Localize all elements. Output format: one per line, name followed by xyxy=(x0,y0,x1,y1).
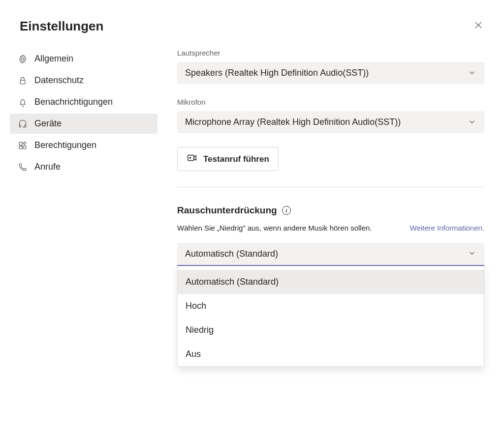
sidebar-item-label: Berechtigungen xyxy=(34,140,96,150)
speaker-select-value: Speakers (Realtek High Definition Audio(… xyxy=(185,68,369,78)
sidebar-item-label: Benachrichtigungen xyxy=(34,97,113,107)
chevron-down-icon xyxy=(469,117,475,127)
bell-icon xyxy=(18,97,28,107)
close-button[interactable] xyxy=(472,19,484,32)
close-icon xyxy=(474,20,482,31)
microphone-label: Mikrofon xyxy=(177,98,484,106)
noise-suppression-dropdown: Automatisch (Standard) Hoch Niedrig Aus xyxy=(177,266,484,367)
noise-suppression-select[interactable]: Automatisch (Standard) xyxy=(177,243,484,266)
noise-helper-text: Wählen Sie „Niedrig" aus, wenn andere Mu… xyxy=(177,223,372,234)
svg-rect-3 xyxy=(25,124,26,127)
sidebar-item-label: Anrufe xyxy=(34,162,61,172)
sidebar-item-label: Geräte xyxy=(34,118,62,129)
apps-icon xyxy=(18,141,28,150)
dropdown-option-high[interactable]: Hoch xyxy=(178,294,484,318)
microphone-select-value: Microphone Array (Realtek High Definitio… xyxy=(185,117,401,127)
svg-rect-4 xyxy=(19,142,22,145)
gear-icon xyxy=(18,54,28,64)
sidebar-item-label: Allgemein xyxy=(34,54,73,64)
sidebar-item-privacy[interactable]: Datenschutz xyxy=(10,70,158,90)
info-icon[interactable]: i xyxy=(282,206,291,215)
headphones-icon xyxy=(18,119,28,129)
test-call-icon xyxy=(187,152,197,166)
sidebar-item-general[interactable]: Allgemein xyxy=(10,49,158,69)
sidebar-item-notifications[interactable]: Benachrichtigungen xyxy=(10,92,158,112)
svg-rect-1 xyxy=(20,80,25,84)
settings-main: Lautsprecher Speakers (Realtek High Defi… xyxy=(158,49,484,367)
sidebar-item-permissions[interactable]: Berechtigungen xyxy=(10,135,158,155)
sidebar-item-calls[interactable]: Anrufe xyxy=(10,157,158,177)
svg-rect-5 xyxy=(19,146,22,148)
chevron-down-icon xyxy=(469,68,475,78)
divider xyxy=(177,187,484,187)
svg-rect-6 xyxy=(23,146,26,148)
svg-point-0 xyxy=(22,58,24,60)
settings-sidebar: Allgemein Datenschutz Benachrichtigungen… xyxy=(10,49,158,367)
test-call-label: Testanruf führen xyxy=(203,154,269,164)
noise-select-value: Automatisch (Standard) xyxy=(185,249,278,259)
microphone-select[interactable]: Microphone Array (Realtek High Definitio… xyxy=(177,111,484,133)
dropdown-option-low[interactable]: Niedrig xyxy=(178,318,484,342)
test-call-button[interactable]: Testanruf führen xyxy=(177,147,279,171)
dropdown-option-auto[interactable]: Automatisch (Standard) xyxy=(178,270,484,294)
phone-icon xyxy=(18,162,28,172)
speaker-label: Lautsprecher xyxy=(177,49,484,57)
svg-point-8 xyxy=(189,157,191,159)
speaker-select[interactable]: Speakers (Realtek High Definition Audio(… xyxy=(177,62,484,84)
noise-suppression-title: Rauschunterdrückung xyxy=(177,205,277,216)
lock-icon xyxy=(18,76,28,86)
learn-more-link[interactable]: Weitere Informationen. xyxy=(410,223,484,234)
sidebar-item-label: Datenschutz xyxy=(34,75,84,86)
sidebar-item-devices[interactable]: Geräte xyxy=(10,114,158,134)
svg-rect-2 xyxy=(19,124,21,127)
chevron-down-icon xyxy=(469,249,475,259)
page-title: Einstellungen xyxy=(20,19,103,34)
dropdown-option-off[interactable]: Aus xyxy=(178,342,484,366)
